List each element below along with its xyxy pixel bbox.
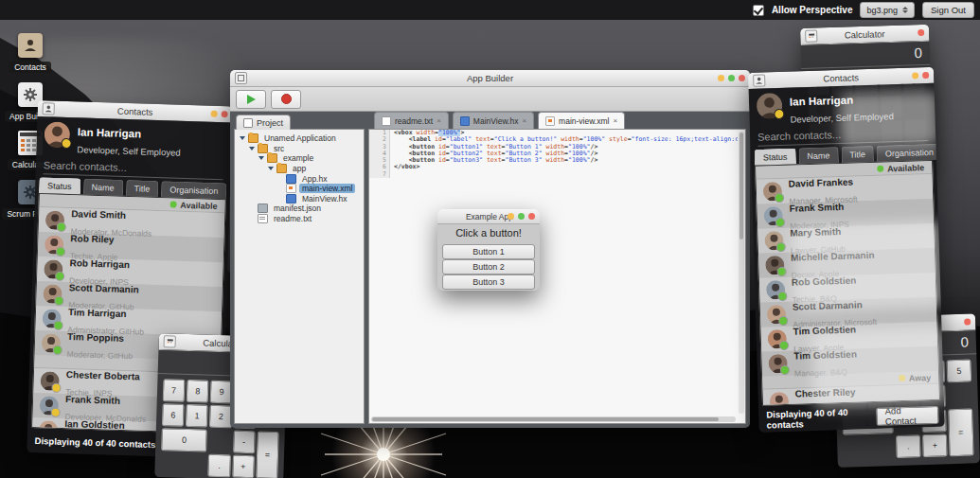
allow-perspective-checkbox[interactable] [753,5,764,16]
sign-out-button[interactable]: Sign Out [922,2,974,18]
minimize-light-icon[interactable] [211,111,218,117]
close-light-icon[interactable] [739,75,745,81]
example-app-window[interactable]: Example App Click a button! Button 1Butt… [437,209,540,291]
contact-name: David Smith [71,208,126,221]
close-light-icon[interactable] [918,29,924,36]
editor-horizontal-scrollbar[interactable] [371,416,736,422]
tab-name[interactable]: Name [82,179,123,196]
minimize-light-icon[interactable] [718,75,724,81]
editor-tab-MainView-hx[interactable]: MainView.hx× [453,112,534,129]
contact-avatar [42,309,62,328]
close-tab-icon[interactable]: × [522,116,526,125]
close-tab-icon[interactable]: × [437,116,441,125]
tree-item-readme-txt[interactable]: readme.txt [235,214,364,224]
tab-name[interactable]: Name [798,147,839,164]
close-light-icon[interactable] [922,72,929,79]
contact-avatar [768,354,788,374]
contacts-footer: Displaying 40 of 40 contacts Add Contact [766,406,938,429]
desktop-icon-art [18,33,43,58]
project-tab[interactable]: Project [236,115,291,130]
close-light-icon[interactable] [222,111,228,117]
key-dot[interactable]: . [896,434,921,458]
search-input[interactable]: Search contacts... [757,118,929,147]
run-button[interactable] [236,90,266,109]
tree-item-app-hx[interactable]: App.hx [235,173,364,184]
contact-avatar [40,396,60,416]
contact-avatar [766,280,786,300]
code-editor[interactable]: 1<vbox width="100%">2 <label id="label" … [368,129,746,424]
maximize-light-icon[interactable] [518,213,525,220]
background-select[interactable]: bg3.png [860,2,915,18]
contact-name: Tim Harrigan [68,307,127,319]
status-dot-available [877,166,883,172]
tab-status[interactable]: Status [755,148,796,165]
example-app-button-2[interactable]: Button 2 [442,259,535,274]
tree-item-mainview-hx[interactable]: MainView.hx [235,194,364,204]
tree-item-label: Unamed Application [261,133,339,143]
minimize-light-icon[interactable] [508,213,514,220]
key-equals[interactable]: = [948,408,974,456]
key-8[interactable]: 8 [187,380,209,403]
code-line[interactable]: 5 <button id="button3" text="Button 3" w… [369,157,738,164]
editor-tab-main-view-xml[interactable]: main-view.xml× [538,112,625,129]
key-minus[interactable]: - [233,431,256,454]
play-icon [247,95,256,104]
desktop-icon-label: Contacts [9,62,51,73]
line-number: 1 [369,130,390,136]
editor-tab-readme-txt[interactable]: readme.txt× [374,112,449,129]
status-dot-away [899,375,905,381]
expand-arrow-icon[interactable] [268,167,274,170]
expand-arrow-icon[interactable] [249,147,255,150]
tree-item-src[interactable]: src [235,144,364,154]
code-line[interactable]: 6</vbox> [369,164,738,170]
minimize-light-icon[interactable] [912,72,918,79]
code-text [390,171,394,178]
contacts-window-right[interactable]: Contacts Ian Harrigan Developer, Self Em… [748,67,945,433]
key-0[interactable]: 0 [161,428,207,452]
maximize-light-icon[interactable] [728,75,735,81]
example-app-button-1[interactable]: Button 1 [442,244,535,259]
close-light-icon[interactable] [964,318,971,325]
app-builder-titlebar[interactable]: App Builder [230,70,750,87]
tree-item-main-view-xml[interactable]: main-view.xml [235,184,364,194]
tab-organisation[interactable]: Organisation [161,181,227,199]
xml-file-icon [286,184,296,193]
stop-button[interactable] [271,90,301,109]
key-equals[interactable]: = [256,431,279,478]
editor-vertical-scrollbar[interactable] [739,132,744,414]
tree-item-manifest-json[interactable]: manifest.json [235,204,364,214]
key-plus[interactable]: + [232,455,255,478]
key-6[interactable]: 6 [162,403,185,427]
desktop-icon-contacts[interactable]: Contacts [5,33,56,73]
example-app-button-3[interactable]: Button 3 [442,274,535,290]
contacts-list[interactable]: AvailableDavid FrankesManager, Microsoft… [755,160,940,406]
key-5[interactable]: 5 [946,359,971,382]
key-2[interactable]: 2 [209,405,232,429]
close-tab-icon[interactable]: × [613,116,617,125]
code-lines[interactable]: 1<vbox width="100%">2 <label id="label" … [369,130,738,416]
tree-item-app[interactable]: app [235,164,364,174]
tree-item-unamed-application[interactable]: Unamed Application [235,133,364,144]
key-7[interactable]: 7 [163,379,186,402]
contact-avatar [40,371,60,391]
contact-avatar [770,392,790,406]
tab-status[interactable]: Status [39,177,80,194]
code-line[interactable]: 7 [369,171,738,178]
section-label: Away [909,373,932,383]
section-label: Available [180,200,217,210]
expand-arrow-icon[interactable] [240,136,245,140]
key-dot[interactable]: . [208,454,231,478]
tree-item-example[interactable]: example [235,153,364,164]
expand-arrow-icon[interactable] [258,156,264,160]
key-plus[interactable]: + [922,434,948,457]
contact-name: Michelle Darmanin [791,250,875,263]
project-tree-panel[interactable]: Unamed ApplicationsrcexampleappApp.hxmai… [234,129,365,424]
search-input[interactable]: Search contacts... [44,151,224,180]
tab-organisation[interactable]: Organisation [877,144,943,162]
example-app-titlebar[interactable]: Example App [437,209,540,224]
add-contact-button[interactable]: Add Contact [877,405,939,425]
close-light-icon[interactable] [528,213,535,220]
tab-title[interactable]: Title [841,146,874,163]
tab-title[interactable]: Title [125,180,158,197]
key-1[interactable]: 1 [186,404,208,428]
